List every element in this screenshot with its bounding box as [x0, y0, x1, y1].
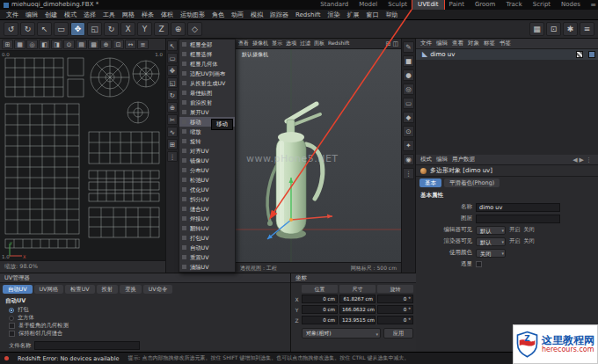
- uv-relax-icon[interactable]: ∿: [167, 127, 178, 137]
- viewport-menu-item[interactable]: 面板: [314, 40, 325, 47]
- uv-menu-item[interactable]: 框显几何体: [179, 59, 235, 69]
- y-axis-lock[interactable]: Y: [137, 22, 152, 36]
- move-icon[interactable]: ✥: [70, 22, 85, 36]
- render-to-picture-icon[interactable]: ⊡: [546, 22, 561, 36]
- uvm-check-seams[interactable]: 保持相邻几何缝合: [0, 330, 290, 338]
- uv-rotate-tool-icon[interactable]: ↻: [167, 90, 178, 100]
- uv-menu-item[interactable]: 适配UV到画布: [179, 69, 235, 78]
- menu-item[interactable]: 样条: [138, 11, 157, 19]
- editor-off-toggle[interactable]: 关闭: [523, 226, 534, 234]
- uv-canvas[interactable]: 0.0 1.0 1.0 X Y: [0, 51, 165, 260]
- uv-menu-item[interactable]: 自动UV: [179, 243, 235, 252]
- menu-item[interactable]: Redshift: [292, 11, 324, 18]
- uv-mirror-v-icon[interactable]: ◨: [51, 40, 62, 49]
- uv-overlay-icon[interactable]: ▤: [76, 40, 87, 49]
- redo-icon[interactable]: ↻: [20, 22, 35, 36]
- uv-scale-tool-icon[interactable]: ◱: [167, 77, 178, 88]
- attributes-tab[interactable]: 平滑着色(Phong): [444, 178, 500, 187]
- object-manager-menu-item[interactable]: 查看: [452, 40, 463, 47]
- uv-rect-icon[interactable]: ▭: [167, 53, 178, 63]
- layout-tab[interactable]: UVEdit: [412, 0, 443, 10]
- uv-texture-icon[interactable]: ▩: [88, 40, 99, 49]
- uv-menu-item[interactable]: 前沿投射: [179, 98, 235, 107]
- uv-menu-item[interactable]: 镜像UV: [179, 156, 235, 165]
- viewport-menu-item[interactable]: 显示: [272, 40, 282, 47]
- coord-system-icon[interactable]: ⊕: [171, 22, 186, 36]
- xray-checkbox[interactable]: [476, 261, 482, 267]
- layout-tab[interactable]: Model: [354, 0, 383, 10]
- viewport-menu-item[interactable]: 查看: [238, 40, 249, 47]
- renderer-visible-select[interactable]: 默认: [476, 237, 506, 246]
- menu-item[interactable]: 运动图形: [177, 11, 208, 19]
- uv-cut-icon[interactable]: ✂: [167, 114, 178, 125]
- uv-weld-icon[interactable]: ⊕: [167, 102, 178, 113]
- coordinate-mode-select[interactable]: 对象(相对): [302, 328, 381, 339]
- uv-menu-item[interactable]: 框显全部: [179, 40, 235, 49]
- cube-primitive-icon[interactable]: ■: [403, 55, 414, 67]
- viewport-maximize-icon[interactable]: ⊞: [386, 40, 391, 47]
- name-field[interactable]: dimo uv: [476, 203, 560, 212]
- size-field[interactable]: 166.0632 cm: [339, 305, 376, 314]
- attributes-menu-item[interactable]: 编辑: [436, 156, 448, 164]
- uv-pan-icon[interactable]: ↔: [125, 40, 136, 49]
- camera-icon[interactable]: ⊙: [403, 126, 414, 137]
- x-axis-lock[interactable]: X: [120, 22, 135, 36]
- menu-item[interactable]: 帮助: [382, 11, 401, 19]
- menu-item[interactable]: 选择: [80, 11, 99, 19]
- coordinate-column-select[interactable]: 位置: [302, 285, 338, 293]
- uv-menu-item[interactable]: 从投射生成UV: [179, 78, 235, 88]
- viewport-menu-item[interactable]: Redshift: [328, 40, 349, 47]
- radio-icon[interactable]: [9, 308, 14, 313]
- uv-fit-icon[interactable]: ⊡: [113, 40, 124, 49]
- object-manager-menu-item[interactable]: 编辑: [436, 40, 448, 47]
- uv-menu-item[interactable]: 打包UV: [179, 233, 235, 243]
- layout-tab[interactable]: Standard: [315, 0, 354, 10]
- position-field[interactable]: 0 cm: [302, 305, 338, 314]
- uv-move-tool-icon[interactable]: ✥: [167, 65, 178, 76]
- uv-menu-item[interactable]: 翻转UV: [179, 223, 235, 233]
- layout-menu-icon[interactable]: ≡: [580, 22, 594, 36]
- uv-menu-item[interactable]: 旋转: [179, 136, 235, 146]
- render-settings-icon[interactable]: ✱: [563, 22, 578, 36]
- menu-item[interactable]: 网格: [119, 11, 138, 19]
- light-icon[interactable]: ✦: [403, 140, 414, 151]
- uv-menu-item[interactable]: 对齐UV: [179, 146, 235, 156]
- uv-manager-tab[interactable]: 变换: [120, 285, 142, 294]
- scale-icon[interactable]: ◱: [87, 22, 102, 36]
- menu-item[interactable]: 文件: [3, 11, 22, 19]
- uvm-option-cubic[interactable]: 立方体: [0, 314, 290, 322]
- pen-tool-icon[interactable]: ✎: [403, 41, 414, 53]
- uv-menu-item[interactable]: 拆分UV: [179, 194, 235, 204]
- uvm-option-pack[interactable]: 打包: [0, 306, 290, 314]
- uv-mirror-h-icon[interactable]: ◧: [39, 40, 50, 49]
- attributes-nav-icons[interactable]: ◀▶⋮: [572, 157, 594, 164]
- menu-item[interactable]: 创建: [41, 11, 61, 19]
- menu-item[interactable]: 跟踪器: [266, 11, 292, 19]
- object-manager-menu-item[interactable]: 书签: [500, 40, 511, 47]
- menu-item[interactable]: 动画: [228, 11, 247, 19]
- rotation-field[interactable]: 0 °: [377, 316, 413, 324]
- layout-tab[interactable]: Track: [500, 0, 527, 10]
- texture-tag-icon[interactable]: [576, 51, 583, 58]
- more-tools-icon[interactable]: ⋮: [403, 168, 414, 179]
- uv-menu-item[interactable]: 松弛UV: [179, 175, 235, 185]
- uv-settings-icon[interactable]: ≡: [137, 40, 149, 49]
- deformer-icon[interactable]: ◆: [403, 112, 414, 123]
- rotation-field[interactable]: 0 °: [377, 295, 413, 303]
- uv-menu-item[interactable]: 最佳贴图: [179, 88, 235, 98]
- uv-menu-item[interactable]: 优化UV: [179, 185, 235, 194]
- menu-item[interactable]: 窗口: [362, 11, 382, 19]
- renderer-on-toggle[interactable]: 开启: [509, 237, 520, 245]
- live-select-icon[interactable]: ↖: [37, 22, 52, 36]
- uv-manager-tab[interactable]: 检查UV: [65, 285, 95, 294]
- menu-item[interactable]: 体积: [157, 11, 177, 19]
- uv-menu-item[interactable]: 缝合UV: [179, 204, 235, 214]
- uvm-check-angle[interactable]: 基于棱角的几何检测: [0, 322, 290, 330]
- checkbox-icon[interactable]: [9, 331, 15, 337]
- make-editable-icon[interactable]: ◇: [187, 22, 202, 36]
- rotation-field[interactable]: 0 °: [377, 305, 413, 314]
- menu-item[interactable]: 模拟: [247, 11, 266, 19]
- apply-button[interactable]: 应用: [383, 328, 413, 339]
- menu-item[interactable]: 模式: [61, 11, 80, 19]
- uv-manager-tab[interactable]: UV网格: [34, 285, 64, 294]
